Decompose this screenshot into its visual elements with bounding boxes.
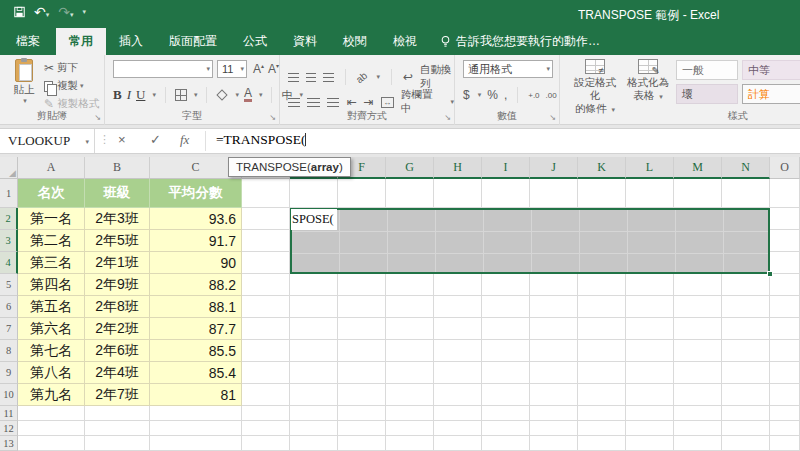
cell-K11[interactable] (578, 406, 626, 421)
cell-B12[interactable] (85, 421, 150, 436)
format-as-table-button[interactable]: 格式化為 表格 ▾ (623, 59, 673, 103)
cell-A6[interactable]: 第五名 (18, 296, 85, 318)
cell-A13[interactable] (18, 436, 85, 451)
qat-customize-icon[interactable]: ▾ (83, 8, 87, 16)
enter-button[interactable]: ✓ (150, 132, 161, 147)
cell-I9[interactable] (482, 362, 530, 384)
cell-H12[interactable] (434, 421, 482, 436)
cell-C3[interactable]: 91.7 (150, 230, 242, 252)
cell-A2[interactable]: 第一名 (18, 208, 85, 230)
cell-D10[interactable] (242, 384, 290, 406)
cell-J6[interactable] (530, 296, 578, 318)
accounting-format-icon[interactable]: $ (463, 88, 470, 102)
selection-range[interactable] (290, 208, 770, 274)
cell-E13[interactable] (290, 436, 338, 451)
cell-C6[interactable]: 88.1 (150, 296, 242, 318)
cell-style-計算[interactable]: 計算 (742, 84, 800, 104)
tab-檢視[interactable]: 檢視 (380, 28, 430, 55)
cell-C2[interactable]: 93.6 (150, 208, 242, 230)
fill-handle[interactable] (767, 271, 773, 277)
cell-J9[interactable] (530, 362, 578, 384)
cell-L9[interactable] (626, 362, 674, 384)
tab-資料[interactable]: 資料 (280, 28, 330, 55)
orientation-icon[interactable]: ab (354, 69, 370, 85)
tell-me-box[interactable]: 告訴我您想要執行的動作… (430, 28, 600, 55)
tab-公式[interactable]: 公式 (230, 28, 280, 55)
cell-O1[interactable] (770, 179, 800, 208)
cell-G1[interactable] (386, 179, 434, 208)
cell-I13[interactable] (482, 436, 530, 451)
tab-校閱[interactable]: 校閱 (330, 28, 380, 55)
cell-G5[interactable] (386, 274, 434, 296)
cell-I10[interactable] (482, 384, 530, 406)
cell-I6[interactable] (482, 296, 530, 318)
tab-常用[interactable]: 常用 (56, 28, 106, 55)
cell-M13[interactable] (674, 436, 722, 451)
cell-B2[interactable]: 2年3班 (85, 208, 150, 230)
row-header-5[interactable]: 5 (0, 274, 18, 296)
column-header-O[interactable]: O (770, 157, 800, 179)
conditional-formatting-button[interactable]: 設定格式化 的條件 ▾ (570, 59, 620, 116)
cell-C13[interactable] (150, 436, 242, 451)
cell-B8[interactable]: 2年6班 (85, 340, 150, 362)
cell-O2[interactable] (770, 208, 800, 230)
cell-H9[interactable] (434, 362, 482, 384)
cell-C8[interactable]: 85.5 (150, 340, 242, 362)
cell-F8[interactable] (338, 340, 386, 362)
cell-D4[interactable] (242, 252, 290, 274)
cell-B1[interactable]: 班級 (85, 179, 150, 208)
cell-D1[interactable] (242, 179, 290, 208)
cell-F10[interactable] (338, 384, 386, 406)
cell-C12[interactable] (150, 421, 242, 436)
cell-B4[interactable]: 2年1班 (85, 252, 150, 274)
cell-C10[interactable]: 81 (150, 384, 242, 406)
cell-J11[interactable] (530, 406, 578, 421)
cell-H8[interactable] (434, 340, 482, 362)
row-header-4[interactable]: 4 (0, 252, 18, 274)
cell-O8[interactable] (770, 340, 800, 362)
cell-B11[interactable] (85, 406, 150, 421)
cell-D13[interactable] (242, 436, 290, 451)
cell-C4[interactable]: 90 (150, 252, 242, 274)
column-header-K[interactable]: K (578, 157, 626, 179)
cell-J10[interactable] (530, 384, 578, 406)
cell-K13[interactable] (578, 436, 626, 451)
cell-O10[interactable] (770, 384, 800, 406)
bold-button[interactable]: B (113, 87, 122, 103)
cell-F12[interactable] (338, 421, 386, 436)
cell-H10[interactable] (434, 384, 482, 406)
cell-N12[interactable] (722, 421, 770, 436)
cell-G13[interactable] (386, 436, 434, 451)
cell-E12[interactable] (290, 421, 338, 436)
cell-O3[interactable] (770, 230, 800, 252)
decrease-decimal-icon[interactable]: .00 (546, 91, 557, 100)
cell-I8[interactable] (482, 340, 530, 362)
save-icon[interactable] (14, 5, 25, 19)
tab-插入[interactable]: 插入 (106, 28, 156, 55)
cell-E8[interactable] (290, 340, 338, 362)
percent-style-icon[interactable]: % (487, 88, 498, 102)
grow-font-icon[interactable]: A (253, 62, 264, 76)
cell-O7[interactable] (770, 318, 800, 340)
cell-H13[interactable] (434, 436, 482, 451)
cell-M9[interactable] (674, 362, 722, 384)
align-center-icon[interactable] (307, 98, 319, 107)
cell-J1[interactable] (530, 179, 578, 208)
cell-H6[interactable] (434, 296, 482, 318)
cell-F5[interactable] (338, 274, 386, 296)
copy-button[interactable]: 複製▾ (44, 79, 84, 93)
cell-G10[interactable] (386, 384, 434, 406)
cell-B3[interactable]: 2年5班 (85, 230, 150, 252)
column-header-M[interactable]: M (674, 157, 722, 179)
cell-O9[interactable] (770, 362, 800, 384)
row-header-8[interactable]: 8 (0, 340, 18, 362)
italic-button[interactable]: I (127, 87, 131, 103)
cell-style-一般[interactable]: 一般 (676, 60, 738, 80)
row-header-13[interactable]: 13 (0, 436, 18, 451)
underline-button[interactable]: U (136, 87, 145, 103)
align-middle-icon[interactable] (306, 73, 317, 82)
column-header-L[interactable]: L (626, 157, 674, 179)
cell-H1[interactable] (434, 179, 482, 208)
cut-button[interactable]: ✂ 剪下 (44, 61, 78, 75)
name-box[interactable]: VLOOKUP▾ (0, 129, 95, 153)
